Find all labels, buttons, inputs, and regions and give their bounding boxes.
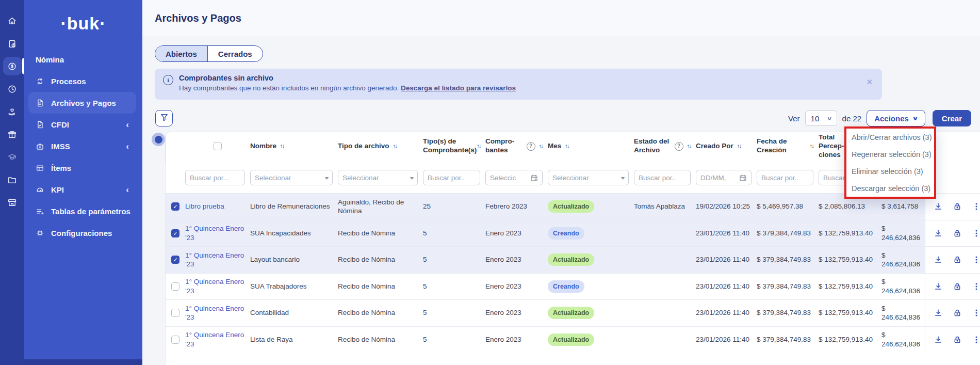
sort-icon[interactable]: ↑↓ bbox=[477, 142, 481, 150]
kebab-icon[interactable] bbox=[972, 335, 980, 344]
sidebar-item-imss[interactable]: IMSS‹ bbox=[28, 135, 136, 157]
filter-date-mes[interactable]: Seleccic bbox=[485, 170, 543, 185]
status-badge: Creando bbox=[548, 280, 584, 293]
download-icon[interactable] bbox=[934, 229, 943, 238]
sidebar-item-archivos-y-pagos[interactable]: Archivos y Pagos bbox=[28, 92, 136, 114]
column-label: Estado del Archivo bbox=[634, 137, 675, 155]
lock-icon[interactable] bbox=[953, 335, 962, 344]
filter-input-total-percep-ciones[interactable] bbox=[757, 170, 813, 185]
help-icon[interactable]: ? bbox=[675, 142, 683, 151]
banner-message: Hay comprobantes que no están incluidos … bbox=[179, 84, 516, 92]
filter-select-tipo-de-archivo[interactable]: Seleccionar▾ bbox=[250, 170, 333, 185]
kebab-icon[interactable] bbox=[972, 255, 980, 264]
sort-icon[interactable]: ↑↓ bbox=[737, 142, 741, 150]
rail-graduation-cap-icon[interactable] bbox=[3, 148, 22, 166]
actions-menu-item[interactable]: Regenerar selección (3) bbox=[846, 146, 934, 163]
column-header-actions bbox=[166, 132, 185, 162]
banner-close-icon[interactable]: ✕ bbox=[866, 77, 873, 87]
kebab-icon[interactable] bbox=[972, 202, 980, 211]
sidebar-menu: ·buk· Nómina ProcesosArchivos y PagosCFD… bbox=[24, 0, 142, 365]
cell-file-type: SUA Incapacidades bbox=[250, 229, 338, 238]
sort-icon[interactable]: ↑↓ bbox=[687, 142, 691, 150]
sidebar-item-tablas-de-par-metros[interactable]: Tablas de parámetros bbox=[28, 200, 136, 222]
help-icon[interactable]: ? bbox=[527, 142, 535, 151]
chevron-left-icon: ‹ bbox=[126, 120, 129, 129]
file-name-link[interactable]: 1° Quincena Enero '23 bbox=[185, 225, 244, 242]
cell-receipt-types: Recibo de Nómina bbox=[338, 308, 423, 318]
lock-icon[interactable] bbox=[953, 229, 962, 238]
filter-select-estado-del-archivo[interactable]: Seleccionar▾ bbox=[548, 170, 629, 185]
cell-status: Creando bbox=[548, 227, 634, 240]
file-name-link[interactable]: 1° Quincena Enero '23 bbox=[185, 251, 244, 268]
row-checkbox[interactable]: ✓ bbox=[171, 256, 179, 264]
cell-name: 1° Quincena Enero '23 bbox=[185, 277, 250, 295]
select-all-checkbox[interactable] bbox=[214, 142, 222, 150]
sidebar-item-procesos[interactable]: Procesos bbox=[28, 70, 136, 92]
sidebar-item-cfdi[interactable]: CFDI‹ bbox=[28, 114, 136, 135]
briefcase-plus-icon bbox=[36, 142, 44, 151]
cell-month: Enero 2023 bbox=[485, 229, 548, 238]
rail-clipboard-icon[interactable] bbox=[3, 34, 22, 53]
cell-created-at: 23/01/2026 11:40 bbox=[696, 335, 757, 344]
acciones-button[interactable]: Acciones ∨ bbox=[867, 110, 925, 126]
banner-download-link[interactable]: Descarga el listado para revisarlos bbox=[401, 84, 516, 92]
cell-receipt-types: Aguinaldo, Recibo de Nómina bbox=[338, 198, 423, 216]
lock-icon[interactable] bbox=[953, 255, 962, 264]
page-content: Abiertos Cerrados i Comprobantes sin arc… bbox=[142, 37, 980, 365]
kebab-icon[interactable] bbox=[972, 229, 980, 238]
crear-button[interactable]: Crear bbox=[933, 110, 971, 126]
download-icon[interactable] bbox=[934, 202, 943, 211]
filter-date-fecha-de-creaci-n[interactable]: DD/MM, bbox=[696, 170, 752, 185]
column-header-mes: Mes↑↓ bbox=[548, 142, 634, 151]
tab-cerrados[interactable]: Cerrados bbox=[207, 46, 263, 61]
lock-icon[interactable] bbox=[953, 282, 962, 291]
row-checkbox[interactable] bbox=[171, 282, 179, 291]
sidebar-item-label: IMSS bbox=[51, 142, 70, 151]
filter-input-nombre[interactable] bbox=[185, 170, 245, 185]
sort-icon[interactable]: ↑↓ bbox=[810, 142, 814, 150]
download-icon[interactable] bbox=[934, 255, 943, 264]
sort-icon[interactable]: ↑↓ bbox=[565, 142, 569, 150]
rail-folder-icon[interactable] bbox=[3, 170, 22, 189]
file-name-link[interactable]: 1° Quincena Enero '23 bbox=[185, 331, 244, 348]
tab-abiertos[interactable]: Abiertos bbox=[155, 46, 207, 61]
rail-gift-icon[interactable] bbox=[3, 125, 22, 144]
sort-icon[interactable]: ↑↓ bbox=[539, 142, 543, 150]
sidebar-item--tems[interactable]: Ítems bbox=[28, 157, 136, 179]
rail-payroll-coin-icon[interactable] bbox=[3, 57, 22, 75]
cell-created-at: 23/01/2026 11:40 bbox=[696, 255, 757, 264]
row-checkbox[interactable] bbox=[171, 336, 179, 344]
row-checkbox[interactable]: ✓ bbox=[171, 229, 179, 237]
rail-clock-icon[interactable] bbox=[3, 80, 22, 98]
file-name-link[interactable]: Libro prueba bbox=[185, 202, 224, 210]
rail-hand-heart-icon[interactable] bbox=[3, 102, 22, 121]
filter-button[interactable] bbox=[155, 110, 173, 126]
lock-icon[interactable] bbox=[953, 202, 962, 211]
row-checkbox[interactable]: ✓ bbox=[171, 202, 179, 211]
actions-menu-item[interactable]: Eliminar selección (3) bbox=[846, 163, 934, 180]
file-name-link[interactable]: 1° Quincena Enero '23 bbox=[185, 305, 244, 322]
actions-menu-item[interactable]: Abrir/Cerrar archivos (3) bbox=[846, 129, 934, 146]
filter-select-tipo-s-de-comprobante-s-[interactable]: Seleccionar▾ bbox=[338, 170, 418, 185]
sort-icon[interactable]: ↑↓ bbox=[280, 142, 284, 150]
download-icon[interactable] bbox=[934, 308, 943, 318]
rail-home-icon[interactable] bbox=[3, 11, 22, 30]
kebab-icon[interactable] bbox=[972, 308, 980, 318]
file-name-link[interactable]: 1° Quincena Enero '23 bbox=[185, 278, 244, 295]
gear-icon bbox=[36, 229, 44, 237]
column-label: Fecha de Creación bbox=[757, 137, 810, 155]
download-icon[interactable] bbox=[934, 282, 943, 291]
lock-icon[interactable] bbox=[953, 308, 962, 318]
sort-icon[interactable]: ↑↓ bbox=[393, 142, 397, 150]
rail-storefront-icon[interactable] bbox=[3, 193, 22, 212]
row-checkbox[interactable] bbox=[171, 309, 179, 317]
kebab-icon[interactable] bbox=[972, 282, 980, 291]
actions-menu-item[interactable]: Descargar selección (3) bbox=[846, 180, 934, 197]
download-icon[interactable] bbox=[934, 335, 943, 344]
cell-total-net: $ 246,624,836 bbox=[881, 251, 925, 269]
filter-input-compro-bantes[interactable] bbox=[423, 170, 480, 185]
sidebar-item-kpi[interactable]: KPI‹ bbox=[28, 179, 136, 200]
page-size-select[interactable]: 10 ∨ bbox=[805, 110, 837, 126]
filter-input-creado-por[interactable] bbox=[634, 170, 691, 185]
sidebar-item-configuraciones[interactable]: Configuraciones bbox=[28, 222, 136, 244]
